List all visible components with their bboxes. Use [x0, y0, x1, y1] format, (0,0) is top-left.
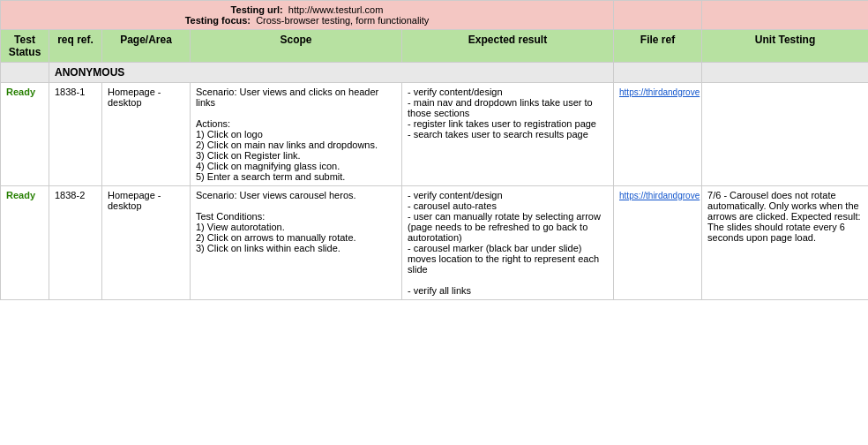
- anon-empty-1: [1, 63, 49, 83]
- fileref-link[interactable]: https://thirdandgrove: [619, 87, 700, 97]
- unit-cell: [702, 83, 868, 186]
- col-header-req: req ref.: [49, 30, 102, 63]
- fileref-link[interactable]: https://thirdandgrove: [619, 191, 700, 200]
- header-info-row: Testing url: http://www.testurl.com Test…: [1, 1, 869, 30]
- testing-focus-label: Testing focus:: [185, 15, 251, 26]
- anon-section-row: ANONYMOUS: [1, 63, 869, 83]
- col-header-expected: Expected result: [402, 30, 614, 63]
- page-cell: Homepage - desktop: [102, 83, 191, 186]
- unit-cell: 7/6 - Carousel does not rotate automatic…: [702, 186, 868, 300]
- header-unit-cell: [702, 1, 868, 30]
- anon-empty-2: [614, 63, 702, 83]
- status-cell: Ready: [1, 83, 49, 186]
- header-info-cell: Testing url: http://www.testurl.com Test…: [1, 1, 614, 30]
- testing-url-label: Testing url:: [231, 4, 283, 15]
- col-header-page: Page/Area: [102, 30, 191, 63]
- anon-empty-3: [702, 63, 868, 83]
- scope-cell: Scenario: User views carousel heros. Tes…: [191, 186, 402, 300]
- status-badge: Ready: [6, 87, 35, 97]
- header-fileref-cell: [614, 1, 702, 30]
- fileref-cell: https://thirdandgrove: [614, 186, 702, 300]
- status-cell: Ready: [1, 186, 49, 300]
- status-badge: Ready: [6, 190, 35, 200]
- testing-focus-value: Cross-browser testing, form functionalit…: [256, 15, 429, 26]
- col-header-fileref: File ref: [614, 30, 702, 63]
- col-header-scope: Scope: [191, 30, 402, 63]
- testing-url-value: http://www.testurl.com: [288, 4, 384, 15]
- fileref-cell: https://thirdandgrove: [614, 83, 702, 186]
- req-cell: 1838-1: [49, 83, 102, 186]
- col-header-unit: Unit Testing: [702, 30, 868, 63]
- req-cell: 1838-2: [49, 186, 102, 300]
- scope-cell: Scenario: User views and clicks on heade…: [191, 83, 402, 186]
- anon-label: ANONYMOUS: [49, 63, 614, 83]
- page-cell: Homepage - desktop: [102, 186, 191, 300]
- expected-cell: - verify content/design - main nav and d…: [402, 83, 614, 186]
- table-row: Ready 1838-2 Homepage - desktop Scenario…: [1, 186, 869, 300]
- expected-cell: - verify content/design - carousel auto-…: [402, 186, 614, 300]
- table-row: Ready 1838-1 Homepage - desktop Scenario…: [1, 83, 869, 186]
- column-header-row: TestStatus req ref. Page/Area Scope Expe…: [1, 30, 869, 63]
- col-header-status: TestStatus: [1, 30, 49, 63]
